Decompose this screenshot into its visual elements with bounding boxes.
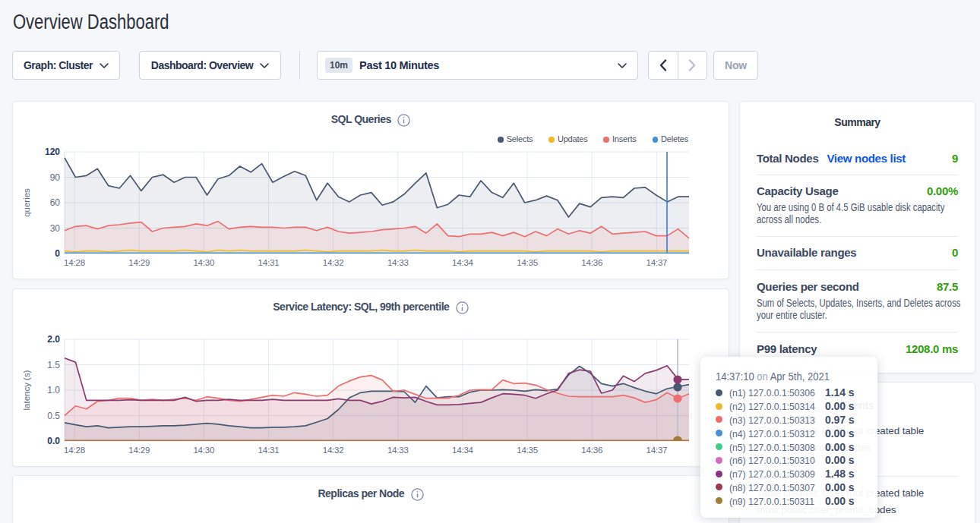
- svg-text:14:33: 14:33: [387, 258, 409, 267]
- svg-text:2.0: 2.0: [47, 334, 60, 345]
- svg-text:1.0: 1.0: [47, 385, 60, 395]
- svg-text:14:30: 14:30: [193, 446, 214, 455]
- svg-text:latency (s): latency (s): [22, 370, 31, 410]
- svg-text:14:35: 14:35: [517, 446, 538, 455]
- svg-text:14:37: 14:37: [646, 446, 668, 455]
- svg-text:14:29: 14:29: [128, 258, 150, 267]
- svg-text:14:32: 14:32: [323, 446, 344, 455]
- svg-text:14:37: 14:37: [646, 258, 668, 267]
- svg-text:90: 90: [50, 172, 61, 183]
- svg-text:0.0: 0.0: [47, 436, 60, 446]
- svg-text:120: 120: [45, 147, 60, 157]
- svg-text:1.5: 1.5: [47, 360, 60, 370]
- svg-text:14:34: 14:34: [452, 258, 474, 267]
- svg-text:14:32: 14:32: [323, 258, 344, 267]
- svg-text:14:36: 14:36: [581, 446, 602, 455]
- svg-text:14:30: 14:30: [193, 258, 214, 267]
- svg-text:14:36: 14:36: [581, 258, 602, 267]
- svg-text:0: 0: [55, 248, 60, 259]
- svg-text:0.5: 0.5: [47, 411, 60, 421]
- svg-text:14:28: 14:28: [64, 446, 85, 455]
- svg-text:14:35: 14:35: [517, 258, 538, 267]
- svg-text:60: 60: [50, 197, 61, 208]
- svg-text:14:34: 14:34: [452, 446, 474, 455]
- svg-text:30: 30: [50, 223, 61, 234]
- svg-text:14:31: 14:31: [258, 446, 280, 455]
- svg-text:14:28: 14:28: [64, 258, 85, 267]
- svg-text:14:31: 14:31: [258, 258, 280, 267]
- svg-text:14:33: 14:33: [387, 446, 409, 455]
- svg-text:14:29: 14:29: [128, 446, 150, 455]
- svg-text:queries: queries: [22, 188, 31, 217]
